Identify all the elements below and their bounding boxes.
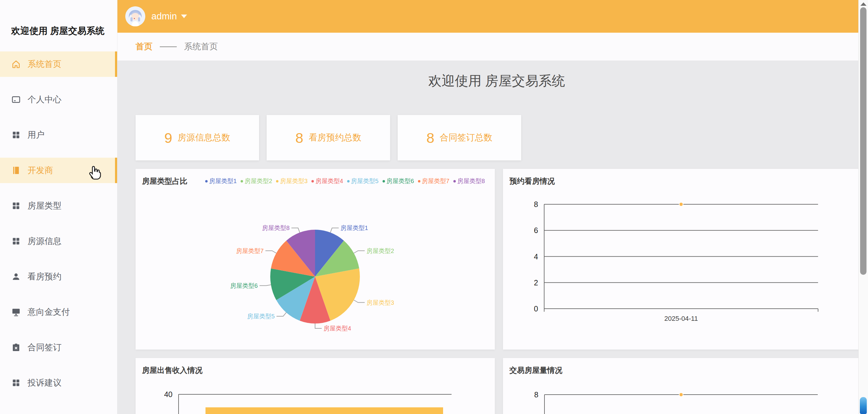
pie-label: 房屋类型4 bbox=[323, 325, 351, 332]
svg-text:2: 2 bbox=[534, 279, 538, 287]
stat-label: 房源信息总数 bbox=[178, 132, 230, 144]
stat-label: 合同签订总数 bbox=[440, 132, 492, 144]
sidebar-item-label: 看房预约 bbox=[28, 271, 61, 282]
legend-dot-icon bbox=[382, 180, 385, 183]
sidebar-item-label: 系统首页 bbox=[28, 58, 61, 70]
sidebar-item-label: 意向金支付 bbox=[28, 306, 70, 318]
pie-label: 房屋类型2 bbox=[367, 248, 394, 254]
svg-text:4: 4 bbox=[534, 252, 538, 261]
sidebar-item-投诉建议[interactable]: 投诉建议 bbox=[0, 370, 117, 395]
svg-text:6: 6 bbox=[534, 226, 538, 234]
idcard-icon bbox=[11, 95, 21, 104]
pie-chart-house-types: 房屋类型1房屋类型2房屋类型3房屋类型4房屋类型5房屋类型6房屋类型7房屋类型8 bbox=[135, 169, 495, 350]
sidebar-item-label: 投诉建议 bbox=[28, 377, 61, 389]
username[interactable]: admin bbox=[151, 11, 177, 22]
breadcrumb-current: 系统首页 bbox=[184, 41, 218, 52]
grid-icon bbox=[11, 378, 21, 388]
legend-dot-icon bbox=[418, 180, 421, 183]
content-area: 欢迎使用 房屋交易系统 9房源信息总数8看房预约总数8合同签订总数 房屋类型占比… bbox=[117, 61, 858, 414]
panel-title-booking: 预约看房情况 bbox=[509, 176, 555, 186]
data-point bbox=[679, 393, 683, 397]
income-bar bbox=[206, 407, 443, 414]
caret-down-icon[interactable] bbox=[181, 14, 187, 18]
sidebar-item-label: 房源信息 bbox=[28, 235, 61, 247]
legend-dot-icon bbox=[205, 180, 208, 183]
scrollbar-track[interactable] bbox=[858, 0, 868, 414]
pie-label: 房屋类型5 bbox=[247, 313, 275, 320]
data-point bbox=[679, 202, 683, 206]
sidebar-item-开发商[interactable]: 开发商 bbox=[0, 158, 117, 183]
stat-label: 看房预约总数 bbox=[309, 132, 361, 144]
sidebar-welcome-title: 欢迎使用 房屋交易系统 bbox=[11, 25, 104, 37]
sidebar-item-看房预约[interactable]: 看房预约 bbox=[0, 264, 117, 289]
panel-sale-income: 房屋出售收入情况 40 bbox=[135, 358, 495, 414]
stats-row: 9房源信息总数8看房预约总数8合同签订总数 bbox=[135, 115, 521, 160]
sidebar-item-房屋类型[interactable]: 房屋类型 bbox=[0, 193, 117, 219]
sidebar-item-房源信息[interactable]: 房源信息 bbox=[0, 228, 117, 254]
sidebar-item-意向金支付[interactable]: 意向金支付 bbox=[0, 299, 117, 325]
sidebar-item-label: 房屋类型 bbox=[28, 200, 61, 212]
stat-card-合同签订总数: 8合同签订总数 bbox=[398, 115, 521, 160]
legend-item-房屋类型1[interactable]: 房屋类型1 bbox=[205, 177, 237, 185]
home-icon bbox=[11, 59, 21, 69]
legend-item-房屋类型3[interactable]: 房屋类型3 bbox=[276, 177, 308, 185]
breadcrumb: 首页 系统首页 bbox=[117, 33, 858, 61]
grid-icon bbox=[11, 201, 21, 211]
sidebar-item-label: 用户 bbox=[28, 129, 44, 141]
pie-label: 房屋类型1 bbox=[340, 225, 368, 231]
svg-text:0: 0 bbox=[534, 305, 538, 313]
monitor-icon bbox=[11, 307, 21, 317]
panel-title-house-type: 房屋类型占比 bbox=[142, 176, 187, 186]
legend-dot-icon bbox=[347, 180, 349, 183]
sidebar-item-聊天[interactable]: 聊天 bbox=[0, 406, 117, 414]
pie-label: 房屋类型8 bbox=[262, 225, 290, 231]
scrollbar-thumb[interactable] bbox=[860, 7, 867, 275]
legend-item-房屋类型8[interactable]: 房屋类型8 bbox=[453, 177, 485, 185]
legend-dot-icon bbox=[241, 180, 243, 183]
sidebar-item-用户[interactable]: 用户 bbox=[0, 122, 117, 148]
breadcrumb-separator bbox=[160, 46, 177, 47]
panel-booking-status: 预约看房情况 024682025-04-11 bbox=[503, 169, 858, 350]
legend-item-房屋类型7[interactable]: 房屋类型7 bbox=[418, 177, 450, 185]
avatar[interactable] bbox=[125, 6, 145, 26]
pie-label: 房屋类型7 bbox=[236, 248, 264, 254]
panel-title-income: 房屋出售收入情况 bbox=[142, 365, 203, 375]
sidebar-item-系统首页[interactable]: 系统首页 bbox=[0, 52, 117, 77]
user-icon bbox=[11, 272, 21, 282]
sidebar-menu: 系统首页个人中心用户开发商房屋类型房源信息看房预约意向金支付合同签订投诉建议聊天 bbox=[0, 52, 117, 414]
legend-dot-icon bbox=[453, 180, 456, 183]
sidebar-item-label: 合同签订 bbox=[28, 342, 61, 353]
page-title: 欢迎使用 房屋交易系统 bbox=[135, 72, 858, 90]
panel-house-type-ratio: 房屋类型占比 房屋类型1房屋类型2房屋类型3房屋类型4房屋类型5房屋类型6房屋类… bbox=[135, 169, 495, 350]
stat-value: 8 bbox=[427, 130, 434, 146]
legend-item-房屋类型5[interactable]: 房屋类型5 bbox=[347, 177, 379, 185]
sidebar: 欢迎使用 房屋交易系统 系统首页个人中心用户开发商房屋类型房源信息看房预约意向金… bbox=[0, 0, 117, 414]
grid-icon bbox=[11, 236, 21, 246]
svg-text:8: 8 bbox=[534, 390, 538, 399]
legend-dot-icon bbox=[276, 180, 278, 183]
legend-item-房屋类型4[interactable]: 房屋类型4 bbox=[311, 177, 343, 185]
avatar-image bbox=[125, 6, 145, 26]
sidebar-item-个人中心[interactable]: 个人中心 bbox=[0, 87, 117, 112]
legend-item-房屋类型6[interactable]: 房屋类型6 bbox=[382, 177, 414, 185]
scroll-bottom-marker[interactable] bbox=[860, 397, 867, 414]
panel-title-deals: 交易房屋量情况 bbox=[509, 365, 562, 375]
panel-traded-houses: 交易房屋量情况 8 bbox=[503, 358, 858, 414]
stat-value: 9 bbox=[164, 130, 172, 146]
line-chart-booking: 024682025-04-11 bbox=[503, 169, 858, 350]
breadcrumb-home[interactable]: 首页 bbox=[135, 41, 153, 52]
sidebar-item-label: 开发商 bbox=[28, 165, 53, 176]
sidebar-item-合同签订[interactable]: 合同签订 bbox=[0, 335, 117, 360]
stat-card-看房预约总数: 8看房预约总数 bbox=[267, 115, 390, 160]
stat-card-房源信息总数: 9房源信息总数 bbox=[135, 115, 259, 160]
pie-label: 房屋类型6 bbox=[230, 282, 257, 289]
legend-dot-icon bbox=[311, 180, 314, 183]
legend-item-房屋类型2[interactable]: 房屋类型2 bbox=[241, 177, 272, 185]
scrollbar-up-arrow-icon[interactable] bbox=[861, 2, 867, 6]
contract-icon bbox=[11, 343, 21, 352]
header-bar: admin bbox=[117, 0, 858, 33]
pie-legend: 房屋类型1房屋类型2房屋类型3房屋类型4房屋类型5房屋类型6房屋类型7房屋类型8 bbox=[205, 177, 485, 185]
x-axis-label: 2025-04-11 bbox=[664, 315, 698, 322]
svg-text:8: 8 bbox=[534, 200, 538, 209]
stat-value: 8 bbox=[296, 130, 303, 146]
